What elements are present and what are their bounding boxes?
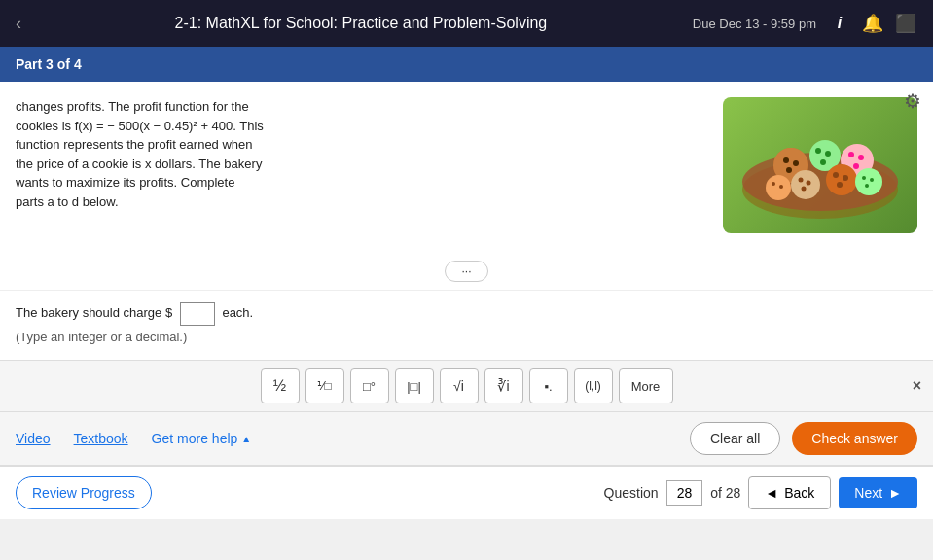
review-progress-button[interactable]: Review Progress: [16, 476, 152, 509]
check-answer-button[interactable]: Check answer: [792, 422, 917, 455]
svg-point-6: [786, 167, 792, 173]
back-nav-icon[interactable]: ‹: [16, 14, 21, 34]
question-of-label: of 28: [710, 485, 740, 501]
clear-all-button[interactable]: Clear all: [690, 422, 780, 455]
svg-point-27: [862, 176, 866, 180]
sqrt-button[interactable]: √i: [440, 368, 479, 403]
mixed-number-button[interactable]: ⅟□: [305, 368, 344, 403]
content-text: changes profits. The profit function for…: [16, 97, 707, 241]
svg-point-26: [855, 168, 882, 195]
answer-section: The bakery should charge $ each. (Type a…: [0, 290, 933, 360]
action-bar-right: Clear all Check answer: [690, 422, 917, 455]
cbrt-button[interactable]: ∛i: [484, 368, 523, 403]
more-button[interactable]: More: [619, 368, 673, 403]
part-label: Part 3 of 4: [0, 47, 933, 82]
main-content: changes profits. The profit function for…: [0, 82, 933, 257]
nav-bar: Review Progress Question 28 of 28 ◄ Back…: [0, 465, 933, 519]
superscript-button[interactable]: □°: [350, 368, 389, 403]
question-label: Question: [604, 485, 659, 501]
svg-point-25: [779, 185, 783, 189]
svg-point-12: [848, 152, 854, 158]
info-icon[interactable]: i: [828, 12, 851, 35]
bell-icon[interactable]: 🔔: [861, 12, 884, 35]
svg-point-16: [799, 178, 804, 183]
svg-point-23: [766, 175, 791, 200]
math-toolbar: ½ ⅟□ □° |□| √i ∛i ▪. (l,l) More ×: [0, 360, 933, 411]
decimal-button[interactable]: ▪.: [529, 368, 568, 403]
absolute-value-button[interactable]: |□|: [395, 368, 434, 403]
svg-point-10: [820, 159, 826, 165]
svg-point-29: [865, 184, 869, 188]
question-info: Question 28 of 28 ◄ Back Next ►: [604, 476, 917, 509]
svg-point-21: [843, 175, 848, 181]
next-button[interactable]: Next ►: [839, 477, 917, 508]
next-arrow-icon: ►: [888, 485, 902, 501]
svg-point-4: [783, 158, 789, 163]
answer-note: (Type an integer or a decimal.): [16, 330, 917, 344]
cookie-image: [723, 97, 917, 233]
video-link[interactable]: Video: [16, 431, 51, 446]
svg-point-20: [833, 172, 839, 178]
header-icons: i 🔔 ⬛: [828, 12, 917, 35]
toolbar-close-icon[interactable]: ×: [913, 377, 921, 395]
interval-button[interactable]: (l,l): [574, 368, 613, 403]
textbook-link[interactable]: Textbook: [74, 431, 128, 446]
svg-point-24: [772, 182, 775, 186]
svg-point-15: [791, 170, 820, 199]
next-label: Next: [854, 485, 882, 501]
header: ‹ 2-1: MathXL for School: Practice and P…: [0, 0, 933, 47]
svg-point-18: [802, 187, 807, 192]
back-button[interactable]: ◄ Back: [748, 476, 831, 509]
due-label: Due Dec 13 - 9:59 pm: [693, 17, 816, 31]
answer-input[interactable]: [180, 302, 215, 326]
svg-point-22: [837, 182, 843, 188]
back-arrow-icon: ◄: [765, 485, 778, 501]
answer-prompt: The bakery should charge $: [16, 305, 172, 320]
svg-point-13: [858, 155, 864, 160]
header-title: 2-1: MathXL for School: Practice and Pro…: [29, 15, 693, 32]
svg-point-19: [826, 164, 857, 195]
settings-gear-icon[interactable]: ⚙: [904, 89, 921, 113]
svg-point-8: [815, 148, 821, 154]
svg-point-9: [825, 151, 831, 157]
bookmark-icon[interactable]: ⬛: [894, 12, 917, 35]
svg-point-5: [793, 160, 799, 166]
get-more-help-button[interactable]: Get more help ▲: [152, 431, 252, 446]
svg-point-17: [807, 181, 811, 186]
answer-suffix: each.: [222, 305, 253, 320]
see-more-button[interactable]: ···: [445, 261, 487, 282]
back-label: Back: [784, 485, 814, 501]
action-bar: Video Textbook Get more help ▲ Clear all…: [0, 411, 933, 465]
svg-point-28: [870, 178, 874, 182]
header-right: Due Dec 13 - 9:59 pm i 🔔 ⬛: [693, 12, 917, 35]
see-more-row: ···: [0, 257, 933, 290]
svg-point-14: [853, 163, 859, 169]
fraction-button[interactable]: ½: [261, 368, 300, 403]
question-number: 28: [666, 480, 703, 506]
